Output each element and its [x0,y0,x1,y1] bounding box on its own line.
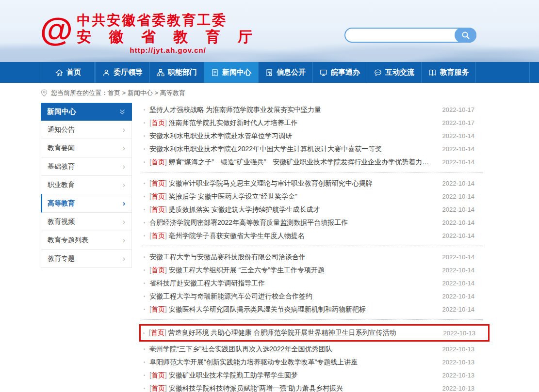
news-row[interactable]: [首页] 安徽审计职业学院马克思主义理论与审计职业教育创新研究中心揭牌2022-… [142,177,483,190]
news-group: [首页] 安徽审计职业学院马克思主义理论与审计职业教育创新研究中心揭牌2022-… [142,177,483,246]
news-row[interactable]: 亳州学院“三下乡”社会实践团队再次入选2022年全国优秀团队2022-10-13 [142,343,483,356]
news-row[interactable]: 安徽水利水电职业技术学院在2022年中国大学生计算机设计大赛中喜获一等奖2022… [142,142,483,156]
sitemap-icon [157,69,164,77]
page: @ 中共安徽省委教育工委 安 徽 省 教 育 厅 http://jyt.ah.g… [0,0,539,392]
news-row[interactable]: 安徽水利水电职业技术学院赴水管单位学习调研2022-10-14 [142,129,483,142]
sidebar-item-label: 教育视频 [48,218,75,226]
chevron-right-icon: › [123,181,125,189]
nav-item-depts[interactable]: 职能部门 [149,62,204,83]
news-title[interactable]: [首页] 奖掖后学 安徽中医药大学设立“经世奖学金” [149,192,434,201]
main-area: 新闻中心 通知公告›教育要闻›基础教育›职业教育›高等教育›教育视频›教育专题列… [41,103,483,392]
news-row-highlighted[interactable]: [首页] 营造良好环境 共助心理健康 合肥师范学院开展世界精神卫生日系列宣传活动… [139,324,490,342]
news-row[interactable]: 阜阳师范大学开展“创新实践能力培养驱动专业教学改革”专题线上讲座2022-10-… [142,356,483,369]
open-book-icon [428,69,437,77]
news-date: 2022-10-14 [442,280,483,287]
sidebar-item[interactable]: 基础教育› [41,157,132,176]
news-title[interactable]: 亳州学院“三下乡”社会实践团队再次入选2022年全国优秀团队 [149,345,434,354]
news-date: 2022-10-13 [442,372,483,379]
news-row[interactable]: [首页] 提质效抓落实 安徽建筑大学持续护航学生成长成才2022-10-14 [142,203,483,216]
org-name-line2: 安 徽 省 教 育 厅 [77,28,259,46]
news-title[interactable]: 坚持人才强校战略 为淮南师范学院事业发展夯实中坚力量 [149,106,434,114]
news-title[interactable]: [首页] 淮南师范学院扎实做好新时代人才培养工作 [149,119,434,127]
nav-spacer [475,62,539,83]
chevron-right-icon: › [123,163,125,171]
search-input[interactable] [350,29,447,41]
sidebar-item[interactable]: 教育要闻› [41,139,132,157]
news-title[interactable]: [首页] 安徽矿业职业技术学院勤工助学帮学生圆梦 [149,371,434,380]
chevron-right-icon: › [123,236,125,244]
location-pin-icon [41,89,48,97]
news-date: 2022-10-14 [442,267,483,274]
bullet-icon [144,161,145,163]
homepage-tag: 首页 [151,232,165,239]
news-title[interactable]: [首页] 提质效抓落实 安徽建筑大学持续护航学生成长成才 [149,205,434,214]
sidebar-items: 通知公告›教育要闻›基础教育›职业教育›高等教育›教育视频›教育专题列表›教育专… [41,121,132,268]
nav-item-service[interactable]: 教育服务 [421,62,475,83]
doc-list-icon [265,69,273,77]
news-row[interactable]: [首页] 安徽医科大学研究团队揭示类风湿关节炎病理新机制和药物新靶标2022-1… [142,303,483,316]
news-title[interactable]: [首页] 安徽科技学院科技特派员赋能“两增一强”助力萧县乡村振兴 [149,384,434,392]
sidebar-header[interactable]: 新闻中心 [41,103,132,121]
sidebar-item[interactable]: 通知公告› [41,121,132,139]
nav-item-home[interactable]: 首页 [41,62,95,83]
news-title[interactable]: 安徽水利水电职业技术学院赴水管单位学习调研 [149,132,434,141]
nav-item-label: 皖事通办 [331,68,360,77]
bullet-icon [144,361,145,363]
breadcrumb: 您当前所在的位置：首页 > 新闻中心 > 高等教育 [0,83,539,103]
news-row[interactable]: 省科技厅赴安徽工程大学调研指导工作2022-10-14 [142,277,483,290]
nav-item-wanshi[interactable]: 皖事通办 [312,62,367,83]
nav-item-info[interactable]: 信息公开 [258,62,312,83]
sidebar-item[interactable]: 教育专题› [41,250,132,268]
news-title[interactable]: 合肥经济学院周密部署2022年高等教育质量监测数据平台填报工作 [149,219,434,227]
news-date: 2022-10-14 [442,253,483,261]
sidebar-item-label: 通知公告 [48,125,75,134]
news-title[interactable]: 安徽工程大学与安徽晶赛科技股份有限公司洽谈合作 [149,253,434,262]
bullet-icon [144,348,145,350]
news-title[interactable]: [首页] 营造良好环境 共助心理健康 合肥师范学院开展世界精神卫生日系列宣传活动 [149,329,435,337]
sidebar-item[interactable]: 职业教育› [41,176,132,194]
nav-item-label: 新闻中心 [222,68,251,77]
news-row[interactable]: [首页] 亳州学院学子喜获安徽省大学生年度人物提名2022-10-14 [142,229,483,242]
news-title[interactable]: 安徽水利水电职业技术学院在2022年中国大学生计算机设计大赛中喜获一等奖 [149,145,434,154]
nav-item-interact[interactable]: 互动交流 [367,62,421,83]
news-row[interactable]: [首页] 安徽科技学院科技特派员赋能“两增一强”助力萧县乡村振兴2022-10-… [142,382,483,392]
news-title[interactable]: [首页] 安徽医科大学研究团队揭示类风湿关节炎病理新机制和药物新靶标 [149,305,434,314]
news-date: 2022-10-14 [442,232,483,239]
news-title[interactable]: [首页] 安徽工程大学组织开展 “三全六专”学生工作专项开题 [149,266,434,275]
news-title[interactable]: [首页] 亳州学院学子喜获安徽省大学生年度人物提名 [149,232,434,240]
news-date: 2022-10-14 [442,219,483,226]
news-list: 坚持人才强校战略 为淮南师范学院事业发展夯实中坚力量2022-10-17[首页]… [142,103,483,392]
site-logo[interactable]: @ 中共安徽省委教育工委 安 徽 省 教 育 厅 http://jyt.ah.g… [41,13,259,54]
bullet-icon [144,148,145,150]
news-title[interactable]: 省科技厅赴安徽工程大学调研指导工作 [149,279,434,288]
chevron-right-icon: › [123,144,125,152]
news-row[interactable]: 合肥经济学院周密部署2022年高等教育质量监测数据平台填报工作2022-10-1… [142,216,483,229]
bullet-icon [144,269,145,271]
news-row[interactable]: [首页] 孵育“煤海之子” 锻造“矿业强兵” 安徽矿业职业技术学院发挥行业企业办… [142,156,483,169]
news-row[interactable]: 安徽工程大学与安徽晶赛科技股份有限公司洽谈合作2022-10-14 [142,251,483,264]
bullet-icon [144,309,145,310]
nav-item-leaders[interactable]: 委厅领导 [95,62,149,83]
news-row[interactable]: [首页] 安徽工程大学组织开展 “三全六专”学生工作专项开题2022-10-14 [142,264,483,277]
site-url: http://jyt.ah.gov.cn/ [77,46,259,54]
news-title[interactable]: [首页] 安徽审计职业学院马克思主义理论与审计职业教育创新研究中心揭牌 [149,179,434,188]
news-row[interactable]: 坚持人才强校战略 为淮南师范学院事业发展夯实中坚力量2022-10-17 [142,103,483,116]
news-date: 2022-10-14 [442,206,483,213]
news-date: 2022-10-14 [442,193,483,200]
sidebar-item[interactable]: 教育专题列表› [41,231,132,250]
news-title[interactable]: [首页] 孵育“煤海之子” 锻造“矿业强兵” 安徽矿业职业技术学院发挥行业企业办… [149,158,434,167]
logo-text: 中共安徽省委教育工委 安 徽 省 教 育 厅 http://jyt.ah.gov… [77,13,259,54]
sidebar-item[interactable]: 教育视频› [41,213,132,231]
news-row[interactable]: [首页] 淮南师范学院扎实做好新时代人才培养工作2022-10-17 [142,116,483,129]
search-box [344,28,476,43]
news-row[interactable]: 安徽工程大学与奇瑞新能源汽车公司进行校企合作签约2022-10-14 [142,290,483,303]
news-title[interactable]: 阜阳师范大学开展“创新实践能力培养驱动专业教学改革”专题线上讲座 [149,358,434,367]
search-button[interactable] [455,28,476,43]
homepage-tag: 首页 [151,384,165,392]
sidebar-item-label: 教育要闻 [48,144,75,153]
news-row[interactable]: [首页] 奖掖后学 安徽中医药大学设立“经世奖学金”2022-10-14 [142,190,483,203]
news-title[interactable]: 安徽工程大学与奇瑞新能源汽车公司进行校企合作签约 [149,292,434,301]
news-row[interactable]: [首页] 安徽矿业职业技术学院勤工助学帮学生圆梦2022-10-13 [142,369,483,382]
sidebar-item-active[interactable]: 高等教育› [41,194,132,213]
nav-item-news[interactable]: 新闻中心 [204,62,258,83]
